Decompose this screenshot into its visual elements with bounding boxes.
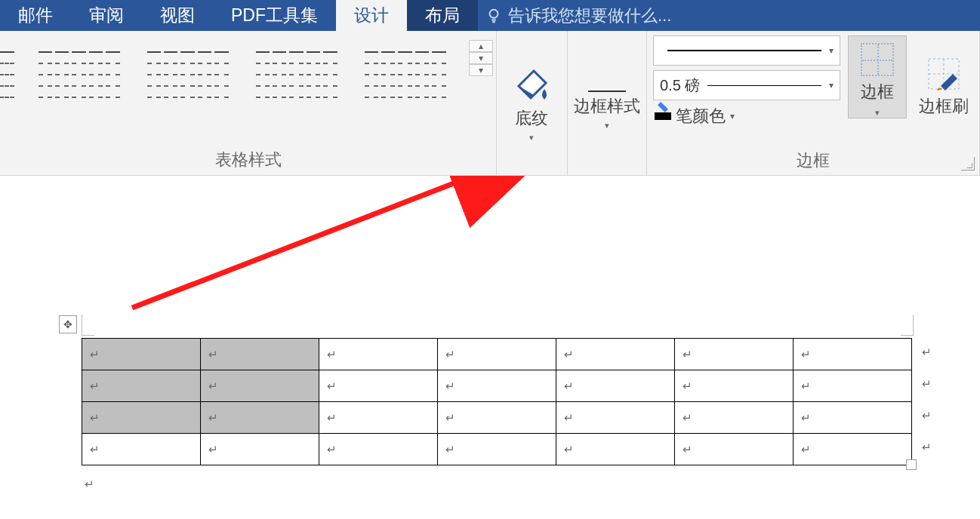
paragraph-mark: ↵ xyxy=(327,379,337,392)
tab-layout[interactable]: 布局 xyxy=(407,0,478,31)
paragraph-mark: ↵ xyxy=(683,348,692,361)
paragraph-mark: ↵ xyxy=(327,443,337,456)
paragraph-mark: ↵ xyxy=(90,411,100,424)
document-area[interactable]: ✥ ↵↵↵↵↵↵↵↵↵↵↵↵↵↵↵↵↵↵↵↵↵↵↵↵↵↵↵↵ ↵↵↵↵ ↵ xyxy=(0,176,980,519)
border-painter-icon xyxy=(927,57,960,91)
table-cell[interactable]: ↵ xyxy=(438,434,556,465)
tell-me-search[interactable]: 告诉我您想要做什么... xyxy=(478,0,679,31)
table-style-option[interactable] xyxy=(0,40,16,109)
gallery-more[interactable]: ▾ xyxy=(470,64,493,76)
table-style-option[interactable] xyxy=(360,40,451,109)
table-extent-marks xyxy=(82,315,914,337)
tab-design[interactable]: 设计 xyxy=(336,0,407,31)
table-cell[interactable]: ↵ xyxy=(675,370,794,402)
table-cell[interactable]: ↵ xyxy=(794,402,912,434)
paint-bucket-icon xyxy=(511,66,552,104)
table-cell[interactable]: ↵ xyxy=(201,370,319,402)
gallery-scroll-up[interactable]: ▴ xyxy=(470,40,493,52)
gallery-scroll-down[interactable]: ▾ xyxy=(470,52,493,64)
line-style-combo[interactable]: ▾ xyxy=(653,35,840,66)
tab-pdf[interactable]: PDF工具集 xyxy=(213,0,336,31)
table-cell[interactable]: ↵ xyxy=(438,339,556,370)
table-cell[interactable]: ↵ xyxy=(675,402,794,434)
border-style-label: 边框样式 xyxy=(574,95,640,118)
row-end-mark: ↵ xyxy=(922,377,932,391)
group-shading: 底纹 ▾ xyxy=(497,31,568,175)
shading-button[interactable]: 底纹 ▾ xyxy=(511,31,552,175)
table-cell[interactable]: ↵ xyxy=(556,339,675,370)
table-cell[interactable]: ↵ xyxy=(675,434,794,465)
pen-color-label: 笔颜色 xyxy=(676,105,726,127)
table-cell[interactable]: ↵ xyxy=(319,339,438,370)
pen-color-swatch-icon xyxy=(655,112,671,120)
table-cell[interactable]: ↵ xyxy=(82,434,201,465)
paragraph-mark: ↵ xyxy=(90,379,100,392)
paragraph-mark: ↵ xyxy=(564,379,574,392)
table-cell[interactable]: ↵ xyxy=(82,339,201,370)
table-cell[interactable]: ↵ xyxy=(438,370,556,402)
table-cell[interactable]: ↵ xyxy=(201,434,319,465)
table-cell[interactable]: ↵ xyxy=(556,370,675,402)
line-weight-preview-icon xyxy=(707,85,821,86)
table-style-option[interactable] xyxy=(251,40,342,109)
paragraph-mark: ↵ xyxy=(327,348,337,361)
tell-me-placeholder: 告诉我您想要做什么... xyxy=(508,5,671,27)
paragraph-mark: ↵ xyxy=(801,379,811,392)
shading-label: 底纹 xyxy=(515,107,548,130)
chevron-down-icon: ▾ xyxy=(730,111,735,121)
table-style-option[interactable] xyxy=(143,40,233,109)
chevron-down-icon: ▾ xyxy=(829,45,834,56)
table-resize-handle[interactable] xyxy=(906,459,917,470)
border-style-button[interactable]: 边框样式 ▾ xyxy=(574,31,640,175)
table-style-option[interactable] xyxy=(34,40,125,109)
table-cell[interactable]: ↵ xyxy=(794,370,912,402)
dialog-launcher-icon[interactable] xyxy=(961,157,975,170)
table-wrapper: ✥ ↵↵↵↵↵↵↵↵↵↵↵↵↵↵↵↵↵↵↵↵↵↵↵↵↵↵↵↵ ↵↵↵↵ xyxy=(82,338,912,465)
border-grid-icon xyxy=(861,43,894,76)
paragraph-mark: ↵ xyxy=(564,348,574,361)
table-styles-gallery[interactable]: ▴ ▾ ▾ xyxy=(0,31,499,145)
tab-review[interactable]: 审阅 xyxy=(71,0,142,31)
group-borders: ▾ 0.5 磅 ▾ 笔颜色 ▾ 边框 ▾ xyxy=(647,31,980,175)
table-cell[interactable]: ↵ xyxy=(675,339,794,370)
paragraph-mark: ↵ xyxy=(445,379,455,392)
tab-view[interactable]: 视图 xyxy=(142,0,213,31)
line-style-preview-icon xyxy=(667,50,821,51)
row-end-mark: ↵ xyxy=(922,345,932,359)
table-cell[interactable]: ↵ xyxy=(556,434,675,465)
table-cell[interactable]: ↵ xyxy=(556,402,675,434)
tab-mail[interactable]: 邮件 xyxy=(0,0,71,31)
table-cell[interactable]: ↵ xyxy=(319,370,438,402)
borders-button-label: 边框 xyxy=(861,81,894,103)
table-cell[interactable]: ↵ xyxy=(794,339,912,370)
pen-color-button[interactable]: 笔颜色 ▾ xyxy=(653,105,840,127)
table-cell[interactable]: ↵ xyxy=(201,339,319,370)
paragraph-mark: ↵ xyxy=(90,443,100,456)
table-move-handle[interactable]: ✥ xyxy=(59,315,77,333)
document-table[interactable]: ↵↵↵↵↵↵↵↵↵↵↵↵↵↵↵↵↵↵↵↵↵↵↵↵↵↵↵↵ xyxy=(82,338,912,465)
paragraph-mark: ↵ xyxy=(683,379,692,392)
group-label-table-styles: 表格样式 xyxy=(0,145,496,175)
gallery-scroll: ▴ ▾ ▾ xyxy=(469,40,493,76)
table-cell[interactable]: ↵ xyxy=(82,370,201,402)
bulb-icon xyxy=(485,8,502,24)
group-table-styles: ▴ ▾ ▾ 表格样式 xyxy=(0,31,497,175)
table-cell[interactable]: ↵ xyxy=(319,402,438,434)
table-cell[interactable]: ↵ xyxy=(82,402,201,434)
row-end-mark: ↵ xyxy=(922,409,932,422)
border-painter-button[interactable]: 边框刷 xyxy=(914,35,973,118)
paragraph-mark: ↵ xyxy=(208,443,218,456)
chevron-down-icon: ▾ xyxy=(511,133,552,143)
borders-button[interactable]: 边框 ▾ xyxy=(848,35,907,118)
table-cell[interactable]: ↵ xyxy=(438,402,556,434)
paragraph-mark: ↵ xyxy=(208,411,218,424)
table-cell[interactable]: ↵ xyxy=(201,402,319,434)
table-cell[interactable]: ↵ xyxy=(319,434,438,465)
ribbon: ▴ ▾ ▾ 表格样式 底纹 ▾ 边框样式 ▾ xyxy=(0,31,980,176)
paragraph-mark: ↵ xyxy=(208,348,218,361)
line-weight-combo[interactable]: 0.5 磅 ▾ xyxy=(653,70,840,100)
paragraph-mark: ↵ xyxy=(683,411,692,424)
table-cell[interactable]: ↵ xyxy=(794,434,912,465)
chevron-down-icon: ▾ xyxy=(574,121,640,131)
paragraph-mark: ↵ xyxy=(445,443,455,456)
